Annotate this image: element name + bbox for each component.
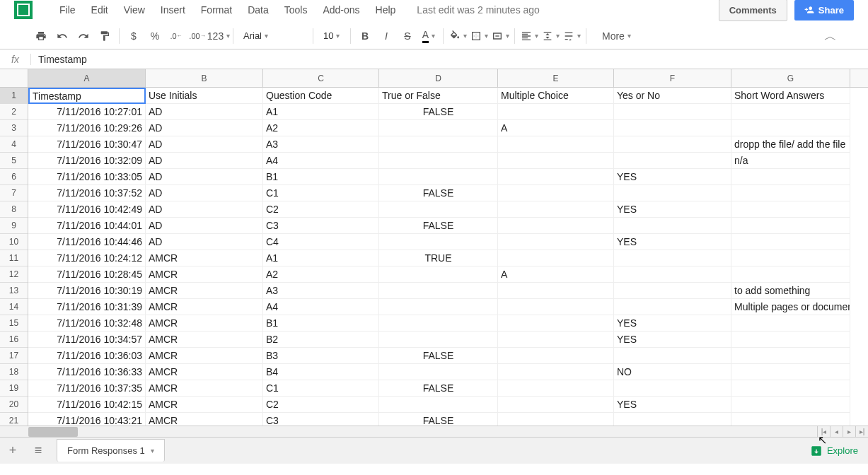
row-header[interactable]: 3 — [0, 120, 28, 136]
cell[interactable]: 7/11/2016 10:33:05 — [28, 169, 146, 185]
cell[interactable]: A — [498, 266, 614, 283]
text-color-button[interactable]: A — [419, 26, 439, 46]
cell[interactable] — [731, 315, 850, 332]
cell[interactable] — [498, 201, 614, 218]
cell[interactable]: Question Code — [263, 88, 379, 104]
column-header[interactable]: A — [28, 69, 146, 87]
cell[interactable]: A1 — [263, 250, 379, 266]
cell[interactable] — [614, 153, 731, 169]
cell[interactable] — [731, 348, 850, 364]
cell[interactable]: C1 — [263, 185, 379, 201]
cell[interactable]: B2 — [263, 332, 379, 348]
paint-format-icon[interactable] — [95, 26, 115, 46]
cell[interactable] — [498, 315, 614, 332]
add-sheet-button[interactable]: + — [0, 438, 25, 464]
cell[interactable] — [379, 283, 498, 299]
cell[interactable] — [731, 120, 850, 136]
cell[interactable]: 7/11/2016 10:42:15 — [28, 397, 146, 413]
menu-data[interactable]: Data — [241, 1, 276, 18]
cell[interactable] — [614, 380, 731, 397]
menu-edit[interactable]: Edit — [84, 1, 115, 18]
last-edit-label[interactable]: Last edit was 2 minutes ago — [417, 4, 540, 16]
cell[interactable] — [498, 185, 614, 201]
cell[interactable]: 7/11/2016 10:44:01 — [28, 218, 146, 234]
cell[interactable]: B1 — [263, 169, 379, 185]
cell[interactable]: B1 — [263, 315, 379, 332]
cell[interactable] — [498, 332, 614, 348]
cell[interactable]: B4 — [263, 364, 379, 380]
cell[interactable] — [614, 120, 731, 136]
cell[interactable] — [498, 104, 614, 120]
cell[interactable]: AD — [146, 185, 263, 201]
cell[interactable] — [379, 136, 498, 153]
cell[interactable]: A3 — [263, 136, 379, 153]
cell[interactable] — [731, 169, 850, 185]
cell[interactable]: YES — [614, 234, 731, 250]
cell[interactable]: A3 — [263, 283, 379, 299]
cell[interactable] — [498, 348, 614, 364]
cell[interactable]: AMCR — [146, 332, 263, 348]
cell[interactable]: FALSE — [379, 218, 498, 234]
cell[interactable] — [379, 299, 498, 315]
cell[interactable]: C3 — [263, 413, 379, 426]
menu-add-ons[interactable]: Add-ons — [316, 1, 366, 18]
scroll-first-icon[interactable]: |◂ — [817, 426, 830, 438]
cell[interactable]: FALSE — [379, 348, 498, 364]
cell[interactable]: AD — [146, 136, 263, 153]
cell[interactable]: B3 — [263, 348, 379, 364]
cell[interactable]: AMCR — [146, 315, 263, 332]
font-size-select[interactable]: 10 — [318, 30, 346, 41]
cell[interactable] — [731, 250, 850, 266]
row-header[interactable]: 5 — [0, 153, 28, 169]
cell[interactable] — [498, 364, 614, 380]
cell[interactable]: n/a — [731, 153, 850, 169]
comments-button[interactable]: Comments — [719, 0, 787, 21]
font-select[interactable]: Arial — [238, 30, 308, 41]
cell[interactable]: Multiple pages or documents — [731, 299, 850, 315]
cell[interactable]: FALSE — [379, 413, 498, 426]
cell[interactable]: AD — [146, 153, 263, 169]
cell[interactable]: 7/11/2016 10:43:21 — [28, 413, 146, 426]
cell[interactable]: AMCR — [146, 250, 263, 266]
horizontal-scrollbar[interactable]: |◂ ◂ ▸ ▸| — [0, 426, 868, 437]
scroll-left-icon[interactable]: ◂ — [830, 426, 843, 438]
cell[interactable]: YES — [614, 315, 731, 332]
percent-button[interactable]: % — [145, 26, 165, 46]
currency-button[interactable]: $ — [124, 26, 144, 46]
cell[interactable]: C2 — [263, 397, 379, 413]
cell[interactable] — [731, 234, 850, 250]
cell[interactable]: 7/11/2016 10:28:45 — [28, 266, 146, 283]
cell[interactable] — [498, 234, 614, 250]
menu-tools[interactable]: Tools — [277, 1, 315, 18]
cell[interactable]: to add something — [731, 283, 850, 299]
formula-input[interactable]: Timestamp — [31, 54, 868, 65]
cell[interactable] — [379, 153, 498, 169]
column-header[interactable]: B — [146, 69, 263, 87]
row-header[interactable]: 8 — [0, 201, 28, 218]
cell[interactable] — [379, 120, 498, 136]
sheet-tab[interactable]: Form Responses 1 — [57, 439, 165, 462]
cell[interactable]: A4 — [263, 299, 379, 315]
number-format-button[interactable]: 123 — [209, 26, 228, 46]
cell[interactable]: FALSE — [379, 380, 498, 397]
row-header[interactable]: 16 — [0, 332, 28, 348]
cell[interactable] — [379, 364, 498, 380]
row-header[interactable]: 21 — [0, 413, 28, 426]
decrease-decimal-button[interactable]: .0← — [166, 26, 186, 46]
column-header[interactable]: E — [498, 69, 614, 87]
column-header[interactable]: F — [614, 69, 731, 87]
cell[interactable]: True or False — [379, 88, 498, 104]
cell[interactable]: 7/11/2016 10:31:39 — [28, 299, 146, 315]
cell[interactable]: AMCR — [146, 348, 263, 364]
cell[interactable] — [614, 266, 731, 283]
cell[interactable] — [498, 153, 614, 169]
cell[interactable] — [731, 201, 850, 218]
row-header[interactable]: 6 — [0, 169, 28, 185]
cell[interactable]: 7/11/2016 10:32:09 — [28, 153, 146, 169]
cell[interactable]: 7/11/2016 10:30:47 — [28, 136, 146, 153]
all-sheets-button[interactable]: ≡ — [25, 438, 51, 464]
menu-insert[interactable]: Insert — [154, 1, 192, 18]
scroll-last-icon[interactable]: ▸| — [855, 426, 868, 438]
menu-view[interactable]: View — [117, 1, 152, 18]
cell[interactable] — [379, 397, 498, 413]
